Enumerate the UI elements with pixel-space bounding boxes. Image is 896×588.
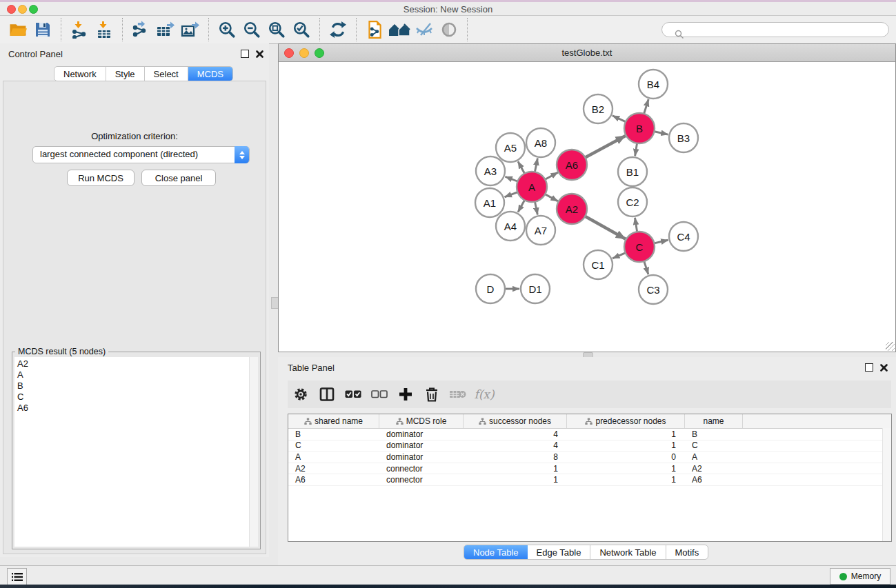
delete-column-button[interactable] — [419, 382, 445, 407]
edge-B-B2[interactable] — [613, 116, 626, 122]
zoom-out-button[interactable] — [239, 19, 264, 41]
result-list-item[interactable]: B — [17, 381, 246, 392]
refresh-button[interactable] — [326, 19, 350, 41]
table-cell[interactable]: A2 — [288, 464, 379, 474]
zoom-fit-button[interactable] — [264, 19, 289, 41]
network-canvas[interactable]: B4B2BB3A5A8A6A3B1AA1C2A2A4A7CC4C1C3DD1 — [279, 62, 895, 352]
table-cell[interactable]: A — [288, 452, 379, 462]
resize-grip-icon[interactable] — [886, 342, 895, 351]
table-cell[interactable]: 1 — [464, 475, 567, 485]
select-all-button[interactable] — [340, 382, 366, 407]
table-cell[interactable]: 8 — [464, 452, 567, 462]
table-row[interactable]: Cdominator41C — [288, 440, 891, 452]
table-cell[interactable]: 1 — [464, 464, 567, 474]
result-list-item[interactable]: A2 — [17, 358, 246, 369]
table-cell[interactable]: 4 — [464, 440, 567, 450]
function-builder-button[interactable]: f(x) — [471, 382, 497, 407]
table-cell[interactable]: 0 — [567, 452, 685, 462]
tab-network[interactable]: Network — [54, 67, 106, 81]
column-header-shared-name[interactable]: shared name — [288, 414, 379, 428]
table-cell[interactable]: B — [288, 429, 379, 439]
edge-B-B4[interactable] — [644, 99, 648, 114]
edge-A-A3[interactable] — [505, 176, 518, 181]
table-cell[interactable]: B — [685, 429, 743, 439]
first-neighbors-button[interactable] — [387, 19, 412, 41]
zoom-in-button[interactable] — [215, 19, 239, 41]
edge-B-B3[interactable] — [654, 131, 668, 134]
result-list-scrollbar[interactable] — [249, 357, 258, 547]
import-network-button[interactable] — [67, 19, 92, 41]
result-list-item[interactable]: A — [17, 369, 246, 381]
show-all-button[interactable] — [437, 19, 461, 41]
table-row[interactable]: Bdominator41B — [288, 429, 891, 440]
open-session-button[interactable] — [6, 19, 30, 41]
table-cell[interactable]: C — [685, 440, 743, 450]
table-cell[interactable]: A — [685, 452, 743, 462]
table-cell[interactable]: C — [288, 440, 379, 450]
edge-C-C2[interactable] — [635, 218, 637, 233]
tab-motifs[interactable]: Motifs — [666, 545, 708, 559]
edge-A-A5[interactable] — [518, 161, 525, 174]
table-cell[interactable]: A2 — [685, 464, 743, 474]
save-session-button[interactable] — [30, 19, 55, 41]
close-table-panel-icon[interactable] — [880, 364, 888, 372]
tab-mcds[interactable]: MCDS — [188, 67, 232, 81]
edge-A-A7[interactable] — [535, 201, 537, 215]
tab-network-table[interactable]: Network Table — [590, 545, 666, 559]
create-column-button[interactable] — [392, 382, 419, 407]
table-cell[interactable]: 1 — [567, 440, 685, 450]
memory-button[interactable]: Memory — [830, 568, 890, 585]
float-panel-icon[interactable] — [241, 50, 249, 58]
deselect-all-button[interactable] — [366, 382, 392, 407]
close-panel-icon[interactable] — [256, 50, 263, 58]
edge-A-A1[interactable] — [505, 192, 519, 196]
table-mode-button[interactable] — [288, 382, 314, 407]
table-cell[interactable]: 1 — [567, 429, 685, 439]
table-cell[interactable]: A6 — [685, 475, 743, 485]
table-cell[interactable]: connector — [379, 464, 464, 474]
table-row[interactable]: A2connector11A2 — [288, 463, 891, 475]
hide-selected-button[interactable] — [412, 19, 437, 41]
edge-A-A8[interactable] — [535, 159, 537, 173]
edge-C-C1[interactable] — [613, 252, 626, 258]
edge-A-A2[interactable] — [544, 194, 557, 201]
table-row[interactable]: Adominator80A — [288, 452, 891, 463]
export-table-button[interactable] — [153, 19, 178, 41]
column-header-predecessor-nodes[interactable]: predecessor nodes — [567, 414, 685, 428]
tab-select[interactable]: Select — [145, 67, 188, 81]
edge-C-C3[interactable] — [644, 261, 648, 274]
table-cell[interactable]: 1 — [567, 464, 685, 474]
table-scrollbar[interactable] — [882, 428, 891, 541]
tab-node-table[interactable]: Node Table — [464, 545, 528, 559]
export-image-button[interactable] — [178, 19, 203, 41]
show-hide-columns-button[interactable] — [314, 382, 340, 407]
new-network-from-selection-button[interactable] — [362, 19, 387, 41]
column-header-successor-nodes[interactable]: successor nodes — [464, 414, 567, 428]
search-input[interactable] — [661, 22, 889, 37]
table-cell[interactable]: A6 — [288, 475, 379, 485]
result-list-item[interactable]: A6 — [17, 403, 246, 414]
result-list-item[interactable]: C — [17, 392, 246, 403]
delete-table-button[interactable] — [445, 382, 471, 407]
table-cell[interactable]: dominator — [379, 452, 464, 462]
criterion-select[interactable]: largest connected component (directed) — [32, 146, 250, 163]
table-cell[interactable]: 4 — [464, 429, 567, 439]
network-graph[interactable]: B4B2BB3A5A8A6A3B1AA1C2A2A4A7CC4C1C3DD1 — [279, 62, 895, 352]
export-network-button[interactable] — [128, 19, 153, 41]
network-window-titlebar[interactable]: testGlobe.txt — [279, 44, 895, 62]
run-mcds-button[interactable]: Run MCDS — [67, 170, 135, 186]
tab-edge-table[interactable]: Edge Table — [528, 545, 591, 559]
tab-style[interactable]: Style — [106, 67, 145, 81]
table-cell[interactable]: dominator — [379, 440, 464, 450]
edge-B-B1[interactable] — [635, 143, 637, 156]
table-cell[interactable]: dominator — [379, 429, 464, 439]
zoom-selected-button[interactable] — [289, 19, 314, 41]
edge-A-A4[interactable] — [518, 199, 525, 212]
show-tasks-button[interactable] — [7, 568, 27, 585]
import-table-button[interactable] — [92, 19, 117, 41]
float-table-panel-icon[interactable] — [865, 363, 873, 372]
edge-A2-C[interactable] — [584, 216, 626, 239]
table-cell[interactable]: 1 — [567, 475, 685, 485]
close-panel-button[interactable]: Close panel — [141, 170, 216, 186]
edge-C-C4[interactable] — [653, 240, 668, 243]
